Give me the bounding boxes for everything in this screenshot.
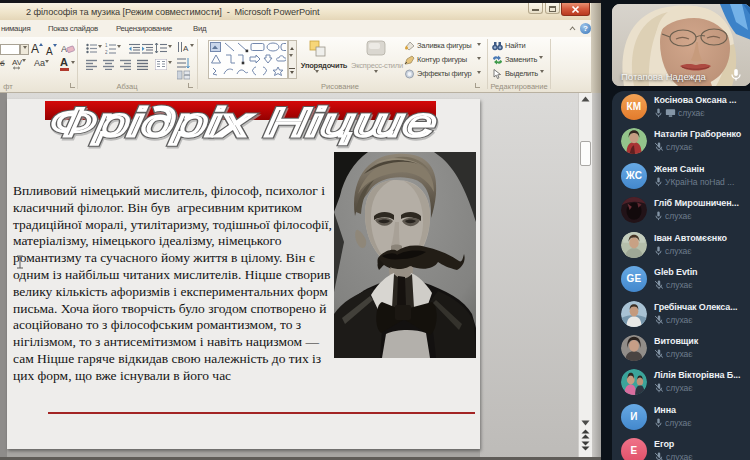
svg-text:2: 2 <box>105 50 108 54</box>
svg-text:Фрідріх Ніцше: Фрідріх Ніцше <box>47 101 440 146</box>
svg-text:A: A <box>183 44 189 53</box>
svg-text:A: A <box>61 44 67 54</box>
svg-text:1: 1 <box>105 43 108 48</box>
